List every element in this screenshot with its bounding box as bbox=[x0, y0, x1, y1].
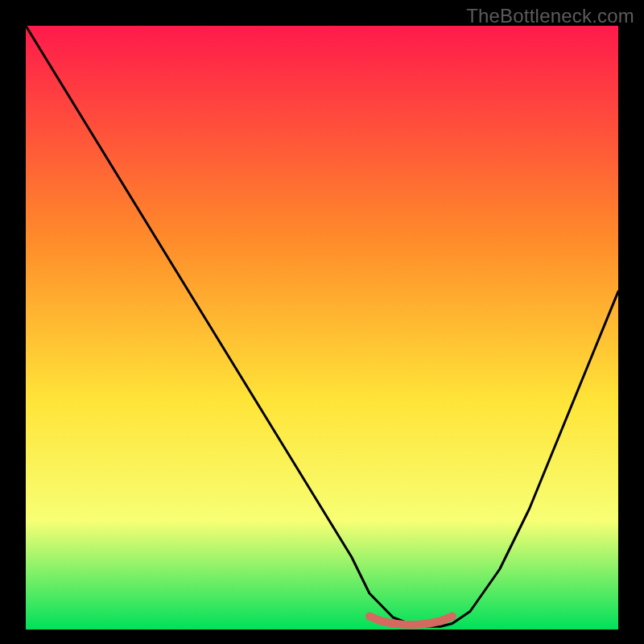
chart-frame: TheBottleneck.com bbox=[0, 0, 644, 644]
chart-svg bbox=[26, 26, 618, 630]
watermark-text: TheBottleneck.com bbox=[466, 5, 634, 27]
gradient-background bbox=[26, 26, 618, 630]
plot-area bbox=[26, 26, 618, 630]
